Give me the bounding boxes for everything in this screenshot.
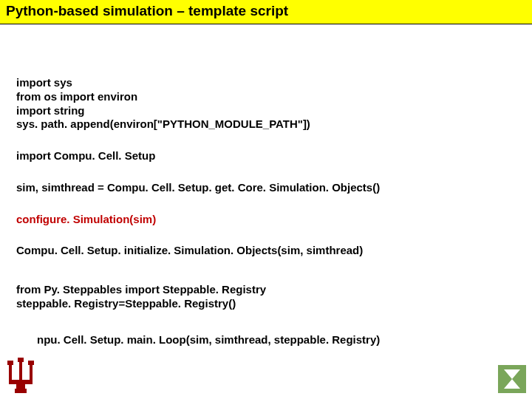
content-area: import sys from os import environ import… — [0, 24, 532, 347]
code-line: from Py. Steppables import Steppable. Re… — [16, 283, 516, 297]
hourglass-logo — [498, 365, 526, 393]
code-line: import sys — [16, 76, 516, 90]
iu-logo — [4, 356, 37, 395]
svg-rect-8 — [15, 389, 27, 393]
code-line: Compu. Cell. Setup. initialize. Simulati… — [16, 244, 516, 258]
code-block-steppables: from Py. Steppables import Steppable. Re… — [16, 283, 516, 311]
slide-title: Python-based simulation – template scrip… — [6, 3, 288, 18]
code-line: import string — [16, 104, 516, 118]
svg-rect-4 — [18, 358, 24, 362]
code-block-get-objects: sim, simthread = Compu. Cell. Setup. get… — [16, 181, 516, 195]
code-line: steppable. Registry=Steppable. Registry(… — [16, 297, 516, 311]
code-line: import Compu. Cell. Setup — [16, 149, 516, 163]
code-block-configure: configure. Simulation(sim) — [16, 213, 516, 227]
title-bar: Python-based simulation – template scrip… — [0, 0, 532, 24]
slide: Python-based simulation – template scrip… — [0, 0, 532, 399]
code-block-mainloop: npu. Cell. Setup. main. Loop(sim, simthr… — [16, 333, 516, 347]
code-line: npu. Cell. Setup. main. Loop(sim, simthr… — [37, 333, 516, 347]
code-line-highlight: configure. Simulation(sim) — [16, 213, 516, 227]
svg-rect-1 — [28, 361, 34, 365]
svg-rect-3 — [30, 365, 33, 381]
code-line: sys. path. append(environ["PYTHON_MODULE… — [16, 117, 516, 132]
svg-rect-7 — [16, 384, 25, 389]
code-block-import-setup: import Compu. Cell. Setup — [16, 149, 516, 163]
svg-rect-2 — [9, 365, 12, 381]
svg-rect-9 — [498, 365, 526, 393]
svg-rect-6 — [9, 380, 33, 384]
code-block-initialize: Compu. Cell. Setup. initialize. Simulati… — [16, 244, 516, 258]
code-line: sim, simthread = Compu. Cell. Setup. get… — [16, 181, 516, 195]
svg-rect-0 — [7, 361, 13, 365]
code-block-imports: import sys from os import environ import… — [16, 76, 516, 132]
code-line: from os import environ — [16, 90, 516, 104]
